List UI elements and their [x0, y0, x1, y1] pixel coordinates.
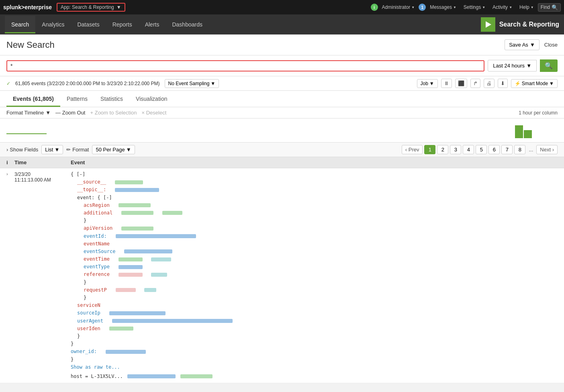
app-banner-title: Search & Reporting — [499, 21, 559, 28]
format-timeline-label: Format Timeline — [6, 110, 44, 116]
search-input[interactable] — [10, 63, 480, 69]
field-reference: reference — [84, 272, 110, 277]
nav-tabs: Search Analytics Datasets Reports Alerts… — [5, 16, 481, 33]
timeline-chart — [0, 118, 564, 143]
pause-button[interactable]: ⏸ — [441, 79, 452, 88]
tab-search-label: Search — [11, 21, 29, 28]
host-value: host = L-31X5LV... — [71, 374, 123, 379]
logo-enterprise: enterprise — [25, 4, 52, 10]
tab-search[interactable]: Search — [5, 16, 35, 33]
page-7-button[interactable]: 7 — [501, 145, 513, 154]
page-actions: Save As ▼ Close — [505, 39, 558, 50]
no-event-sampling-button[interactable]: No Event Sampling ▼ — [165, 79, 219, 88]
timeline-column-label: 1 hour per column — [519, 110, 558, 116]
event-date: 3/23/20 — [14, 172, 71, 177]
tab-reports[interactable]: Reports — [106, 16, 139, 33]
tab-datasets[interactable]: Datasets — [71, 16, 106, 33]
smart-mode-label: Smart Mode — [522, 81, 548, 86]
tab-statistics[interactable]: Statistics — [94, 91, 129, 107]
page-4-button[interactable]: 4 — [463, 145, 474, 154]
page-3-button[interactable]: 3 — [450, 145, 461, 154]
page-6-button[interactable]: 6 — [488, 145, 500, 154]
field-eventtype: eventType — [84, 264, 110, 270]
activity-menu[interactable]: Activity ▼ — [489, 3, 515, 12]
tab-dashboards[interactable]: Dashboards — [166, 16, 209, 33]
find-box[interactable]: Find 🔍 — [538, 3, 561, 12]
format-button[interactable]: ✏ Format — [66, 147, 89, 153]
svg-marker-0 — [486, 21, 491, 28]
prev-page-button[interactable]: ‹ Prev — [402, 145, 423, 154]
search-go-button[interactable]: 🔍 — [540, 59, 558, 72]
help-caret: ▼ — [531, 6, 534, 9]
show-raw-link[interactable]: Show as raw te... — [71, 364, 120, 370]
app-banner-icon — [481, 17, 495, 32]
save-as-button[interactable]: Save As ▼ — [505, 39, 539, 50]
per-page-label: 50 Per Page — [96, 147, 125, 153]
settings-label: Settings — [464, 4, 481, 10]
find-label: Find — [541, 4, 550, 10]
field-acsregion-val — [119, 203, 151, 207]
second-navigation: Search Analytics Datasets Reports Alerts… — [0, 14, 564, 35]
tab-reports-label: Reports — [112, 21, 132, 28]
field-ownerid: owner_id: — [71, 349, 97, 354]
page-ellipsis: ... — [527, 147, 535, 153]
help-menu[interactable]: Help ▼ — [516, 3, 537, 12]
page-title: New Search — [6, 40, 55, 50]
stop-button[interactable]: ⬛ — [455, 79, 467, 88]
field-eventtime: eventTime — [84, 256, 110, 262]
zoom-to-selection-button[interactable]: + Zoom to Selection — [90, 110, 137, 116]
smart-mode-button[interactable]: ⚡ Smart Mode ▼ — [511, 79, 558, 88]
field-apiversion-val — [121, 227, 153, 231]
zoom-out-button[interactable]: — Zoom Out — [55, 110, 85, 116]
tab-datasets-label: Datasets — [77, 21, 99, 28]
show-fields-button[interactable]: › Show Fields — [6, 147, 38, 153]
administrator-menu[interactable]: Administrator ▼ — [379, 3, 418, 12]
messages-menu[interactable]: Messages ▼ — [427, 3, 460, 12]
page-1-button[interactable]: 1 — [424, 145, 435, 154]
share-button[interactable]: ↱ — [470, 79, 480, 88]
expand-icon[interactable]: › — [6, 171, 14, 176]
zoom-to-selection-label: + Zoom to Selection — [90, 110, 137, 116]
app-selector[interactable]: App: Search & Reporting ▼ — [57, 3, 125, 12]
format-timeline-button[interactable]: Format Timeline ▼ — [6, 110, 51, 116]
download-button[interactable]: ⬇ — [498, 79, 508, 88]
tab-patterns-label: Patterns — [67, 96, 88, 102]
field-useriden-val — [109, 327, 133, 331]
administrator-label: Administrator — [382, 4, 411, 10]
tab-analytics-label: Analytics — [42, 21, 64, 28]
page-8-button[interactable]: 8 — [514, 145, 525, 154]
per-page-button[interactable]: 50 Per Page ▼ — [92, 145, 135, 154]
page-2-button[interactable]: 2 — [437, 145, 448, 154]
close-button[interactable]: Close — [544, 42, 558, 48]
tab-events[interactable]: Events (61,805) — [6, 91, 60, 107]
tab-visualization[interactable]: Visualization — [129, 91, 174, 107]
page-5-button[interactable]: 5 — [476, 145, 487, 154]
field-sourceip-val — [109, 311, 166, 315]
tab-alerts[interactable]: Alerts — [139, 16, 166, 33]
tab-analytics[interactable]: Analytics — [35, 16, 71, 33]
timeline-baseline — [6, 133, 47, 134]
time-range-button[interactable]: Last 24 hours ▼ — [488, 60, 537, 71]
info-badge: i — [371, 4, 378, 11]
deselect-button[interactable]: × Deselect — [141, 110, 166, 116]
status-right: Job ▼ ⏸ ⬛ ↱ 🖨 ⬇ ⚡ Smart Mode ▼ — [417, 79, 558, 88]
messages-caret: ▼ — [453, 6, 456, 9]
status-left: ✓ 61,805 events (3/22/20 2:00:00.000 PM … — [6, 79, 219, 88]
status-check-icon: ✓ — [6, 81, 10, 86]
job-label: Job — [421, 81, 428, 86]
field-ownerid-val — [106, 350, 146, 354]
table-header: i Time Event — [0, 157, 564, 168]
next-page-button[interactable]: Next › — [536, 145, 558, 154]
print-button[interactable]: 🖨 — [484, 79, 495, 88]
col-time-header: Time — [14, 159, 71, 165]
tab-patterns[interactable]: Patterns — [60, 91, 94, 107]
job-caret: ▼ — [429, 81, 434, 86]
settings-menu[interactable]: Settings ▼ — [460, 3, 488, 12]
tab-dashboards-label: Dashboards — [172, 21, 202, 28]
list-button[interactable]: List ▼ — [41, 145, 63, 154]
time-range-caret: ▼ — [526, 63, 531, 69]
search-input-wrapper[interactable] — [6, 60, 484, 71]
job-button[interactable]: Job ▼ — [417, 79, 438, 88]
field-eventid: eventId: — [84, 233, 107, 239]
content-tabs: Events (61,805) Patterns Statistics Visu… — [0, 91, 564, 107]
